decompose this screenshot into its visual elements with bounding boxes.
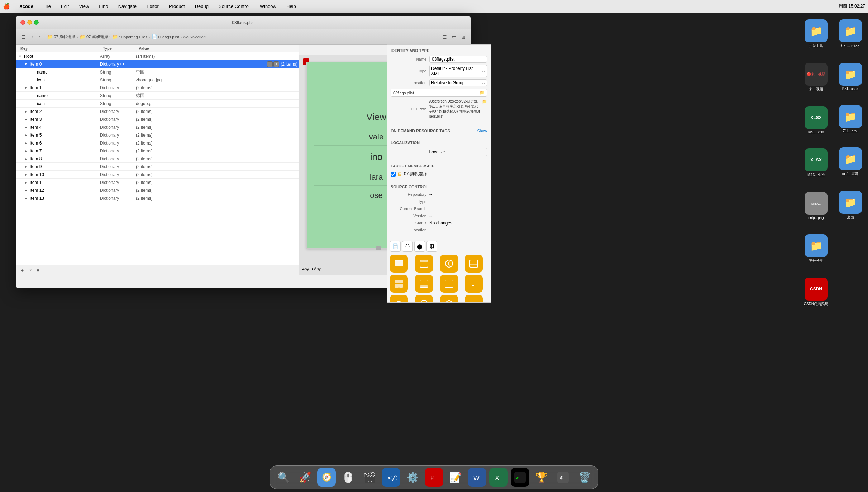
- obj-item-cube[interactable]: [440, 295, 458, 303]
- table-row[interactable]: ▶ Item 6 Dictionary (2 items): [16, 139, 299, 147]
- dock-settings[interactable]: ⚙️: [403, 468, 422, 487]
- object-library-button[interactable]: ⬤: [414, 241, 425, 252]
- table-row[interactable]: ▶ Item 12 Dictionary (2 items): [16, 186, 299, 194]
- menu-file[interactable]: File: [41, 3, 53, 10]
- dock-safari[interactable]: 🧭: [317, 468, 336, 487]
- show-button[interactable]: Show: [477, 129, 487, 133]
- add-row-button[interactable]: +: [273, 61, 279, 67]
- menu-edit[interactable]: Edit: [59, 3, 71, 10]
- dock-finder[interactable]: 🔍: [274, 468, 293, 487]
- obj-item-camera[interactable]: [390, 295, 408, 303]
- help-button[interactable]: ?: [27, 267, 33, 274]
- resize-handle-bottom[interactable]: [376, 246, 381, 250]
- menu-find[interactable]: Find: [97, 3, 110, 10]
- table-row[interactable]: ▶ Item 9 Dictionary (2 items): [16, 163, 299, 171]
- desktop-icon-ksi[interactable]: 📁 KSI...aster: [834, 63, 867, 91]
- dock-notes[interactable]: 📝: [446, 468, 465, 487]
- dock-xcode-2[interactable]: ⊕: [554, 468, 572, 487]
- expand-icon-item10[interactable]: ▶: [23, 172, 28, 177]
- maximize-button[interactable]: [34, 20, 39, 25]
- table-row[interactable]: ▶ Item 13 Dictionary (2 items): [16, 194, 299, 202]
- dock-xcode[interactable]: </>: [382, 468, 400, 487]
- obj-item-vc[interactable]: [390, 255, 408, 273]
- table-row[interactable]: ▶ Item 3 Dictionary (2 items): [16, 115, 299, 123]
- dock-terminal[interactable]: >_: [511, 468, 529, 487]
- add-item-button[interactable]: +: [19, 267, 25, 274]
- expand-icon-item1[interactable]: ▼: [23, 85, 28, 90]
- path-folder-icon[interactable]: 📁: [480, 90, 485, 95]
- expand-icon-item0[interactable]: ▼: [23, 62, 28, 67]
- breadcrumb-plist[interactable]: 📄 03flags.plist: [152, 34, 179, 39]
- menu-navigate[interactable]: Navigate: [116, 3, 139, 10]
- type-select[interactable]: Default - Property List XML ⌄: [429, 65, 487, 77]
- obj-item-back[interactable]: [440, 255, 458, 273]
- desktop-icon-desktop[interactable]: 📁 桌面: [834, 191, 867, 220]
- desktop-icon-business[interactable]: XLSX 第13...业准: [800, 148, 832, 178]
- reveal-icon[interactable]: 📁: [482, 99, 487, 104]
- obj-item-nav[interactable]: [415, 255, 433, 273]
- expand-icon-item12[interactable]: ▶: [23, 188, 28, 193]
- obj-item-splitvc[interactable]: [440, 275, 458, 293]
- dock-quicktime[interactable]: 🎬: [360, 468, 379, 487]
- table-row[interactable]: name String 德国: [16, 92, 299, 100]
- forward-button[interactable]: ›: [37, 33, 43, 41]
- apple-menu[interactable]: 🍎: [3, 3, 10, 10]
- type-dropdown-arrow[interactable]: ⬆⬇: [120, 62, 125, 66]
- expand-icon-item6[interactable]: ▶: [23, 141, 28, 146]
- table-row[interactable]: ▶ Item 10 Dictionary (2 items): [16, 171, 299, 179]
- name-input[interactable]: 03flags.plist: [429, 56, 487, 63]
- dock-instruments[interactable]: 🏆: [532, 468, 551, 487]
- dock-excel[interactable]: X: [489, 468, 508, 487]
- table-row[interactable]: ▶ Item 5 Dictionary (2 items): [16, 131, 299, 139]
- desktop-icon-video[interactable]: 🔴未…视频 未…视频: [800, 63, 832, 92]
- table-row[interactable]: icon String zhongguo.jpg: [16, 76, 299, 84]
- dock-trash[interactable]: 🗑️: [575, 468, 594, 487]
- obj-item-collvc[interactable]: [390, 275, 408, 293]
- table-row[interactable]: ▶ Item 8 Dictionary (2 items): [16, 155, 299, 163]
- location-select[interactable]: Relative to Group ⌄: [429, 79, 487, 86]
- table-row[interactable]: name String 中国: [16, 68, 299, 76]
- desktop-icon-dev[interactable]: 📁 开发工具: [800, 19, 832, 48]
- expand-icon-root[interactable]: ▼: [18, 54, 23, 59]
- dock-mouse[interactable]: 🖱️: [339, 468, 357, 487]
- menu-editor[interactable]: Editor: [144, 3, 161, 10]
- file-template-button[interactable]: 📄: [390, 241, 401, 252]
- menu-window[interactable]: Window: [258, 3, 278, 10]
- table-row[interactable]: ▼ Root Array (14 items): [16, 52, 299, 60]
- expand-icon-item13[interactable]: ▶: [23, 196, 28, 201]
- standard-editor-button[interactable]: ☰: [440, 33, 449, 41]
- remove-row-button[interactable]: −: [267, 61, 273, 67]
- desktop-icon-07[interactable]: 📁 07-… (优化: [834, 19, 867, 48]
- view-toggle-button[interactable]: ≡: [35, 267, 41, 274]
- expand-icon-item2[interactable]: ▶: [23, 109, 28, 114]
- assistant-editor-button[interactable]: ⇄: [450, 33, 458, 41]
- menu-product[interactable]: Product: [167, 3, 187, 10]
- table-row[interactable]: ▼ Item 0 Dictionary ⬆⬇ − +: [16, 60, 299, 68]
- version-editor-button[interactable]: ⊞: [459, 33, 468, 41]
- target-checkbox[interactable]: [391, 172, 396, 177]
- table-row[interactable]: ▶ Item 4 Dictionary (2 items): [16, 123, 299, 131]
- media-library-button[interactable]: 🖼: [426, 241, 437, 252]
- obj-item-label[interactable]: L: [465, 275, 483, 293]
- table-row[interactable]: ▶ Item 11 Dictionary (2 items): [16, 179, 299, 186]
- desktop-icon-xlsx[interactable]: XLSX ios1...xlsx: [800, 106, 832, 134]
- dock-pp[interactable]: P: [425, 468, 443, 487]
- table-row[interactable]: ▼ Item 1 Dictionary (2 items): [16, 84, 299, 92]
- desktop-icon-ios1[interactable]: 📁 ios1...试题: [834, 147, 867, 176]
- table-row[interactable]: icon String deguo.gif: [16, 100, 299, 108]
- table-row[interactable]: ▶ Item 7 Dictionary (2 items): [16, 147, 299, 155]
- code-snippet-button[interactable]: { }: [402, 241, 413, 252]
- breadcrumb-folder1[interactable]: 📁 07-旗帜选择: [47, 34, 75, 39]
- expand-icon-item9[interactable]: ▶: [23, 164, 28, 169]
- desktop-icon-csdn[interactable]: CSDN CSDN@清风局: [800, 278, 832, 307]
- obj-item-l-shape[interactable]: L: [465, 295, 483, 303]
- breadcrumb-folder2[interactable]: 📁 07-旗帜选择: [80, 34, 108, 39]
- desktop-icon-snip[interactable]: snip... snip...png: [800, 192, 832, 220]
- menu-view[interactable]: View: [77, 3, 91, 10]
- expand-icon-item4[interactable]: ▶: [23, 125, 28, 130]
- menu-debug[interactable]: Debug: [193, 3, 211, 10]
- desktop-icon-zjl[interactable]: 📁 ZJL...etail: [834, 105, 867, 133]
- desktop-icon-chefan[interactable]: 📁 车丹分享: [800, 234, 832, 263]
- expand-icon-item8[interactable]: ▶: [23, 156, 28, 161]
- table-row[interactable]: ▶ Item 2 Dictionary (2 items): [16, 108, 299, 115]
